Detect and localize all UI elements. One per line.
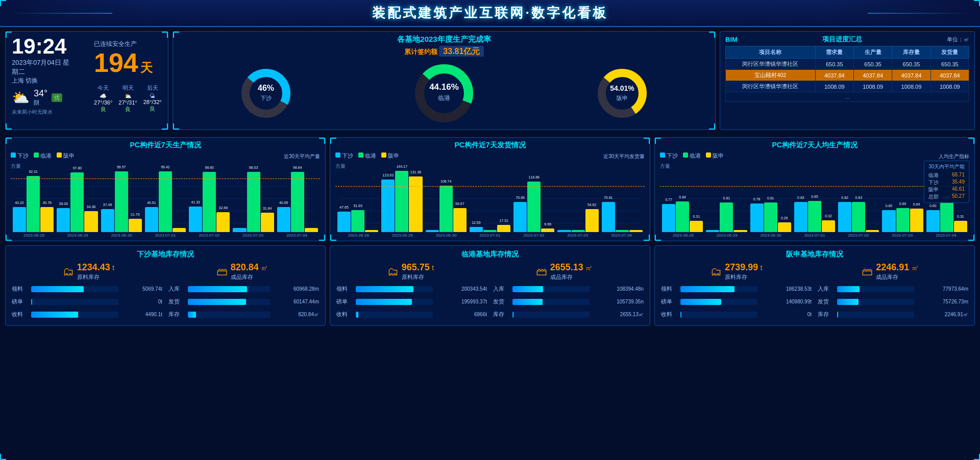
svg-text:临港: 临港 [438,94,450,101]
table-row: 闵行区华漕镇华漕社区 1008.09 1008.09 1008.09 1008.… [726,81,969,92]
bansheng-finished-icon: 🗃 [862,265,873,278]
per-person-avg-label: 人均生产指标 [939,153,969,160]
per-person-x-axis: 2023-06-28 2023-06-29 2023-06-30 2023-07… [660,232,969,238]
date-display: 2023年07月04日 星期二 [12,58,74,76]
bansheng-raw-icon: 🗂 [710,265,722,278]
per-person-y-label: 方量 [660,163,969,170]
production-rate-title: 各基地2023年度生产完成率 [179,35,709,44]
top-row: 19:24 2023年07月04日 星期二 上海 切换 ⛅ 34° 阴 优 未来… [0,27,980,134]
lingang-raw-value: 965.75 [402,262,430,272]
per-person-legend: 下沙 临港 阪申 [660,152,724,160]
lingang-raw-unit: t [432,264,434,272]
table-row: … [726,92,969,102]
xiasha-progress-bars: 领料 5069.74t 入库 60968.28m 磅单 0t 发货 60147.… [12,285,319,321]
lingang-inv-title: 临港基地库存情况 [336,250,644,259]
table-row: 闵行区华漕镇华漕社区 650.35 650.35 650.35 650.35 [726,59,969,70]
chart-row: PC构件近7天生产情况 下沙 临港 阪申 近30天平均产量 方量 40.20 9… [0,135,980,243]
bansheng-raw-unit: t [761,264,763,272]
delivery-y-label: 方量 [335,163,645,170]
safety-label: 已连续安全生产 [94,40,162,48]
delivery-legend: 下沙 临港 阪申 [335,152,399,160]
project-table: 项目名称 需求量 生产量 库存量 发货量 闵行区华漕镇华漕社区 650.35 6… [725,46,969,102]
center-panel: 各基地2023年度生产完成率 累计签约额 33.81亿元 46% 下沙 [173,31,716,130]
col-demand: 需求量 [815,46,853,59]
lingang-inv-stats: 🗂 965.75 t 原料库存 🗃 2655.13 ㎡ 成品库存 [336,262,644,281]
page-header: 装配式建筑产业互联网·数字化看板 [0,0,980,27]
lingang-progress-bars: 领料 200343.54t 入库 108394.48n 磅单 195993.37… [336,285,644,321]
svg-text:46%: 46% [258,84,274,92]
donut-xiasha: 46% 下沙 [238,65,294,121]
unit-label: 单位：㎡ [947,36,969,43]
lingang-raw-icon: 🗂 [387,265,399,278]
production-chart-title: PC构件近7天生产情况 [11,141,320,150]
per-person-stats: 30天内平均产能 临港68.71 下沙35.49 阪申46.61 总部50.27 [924,161,969,203]
forecast-day-after: 后天 🌤 28°/32° 良 [143,84,162,113]
bansheng-raw-label: 原料库存 [725,273,762,281]
xiasha-inventory: 下沙基地库存情况 🗂 1234.43 t 原料库存 🗃 820.84 ㎡ [5,245,326,326]
xiasha-inv-title: 下沙基地库存情况 [12,250,319,259]
finished-goods-icon: 🗃 [216,265,228,278]
col-production: 生产量 [853,46,892,59]
delivery-avg-label: 近30天平均发货量 [603,153,645,160]
bansheng-finished-unit: ㎡ [912,264,919,272]
bim-label: BIM [725,36,738,43]
contract-amount: 累计签约额 33.81亿元 [179,46,709,57]
svg-text:54.01%: 54.01% [610,84,635,92]
time-display: 19:24 [12,36,74,57]
safety-days: 194 [94,49,138,76]
xiasha-finished-value: 820.84 [231,262,259,272]
forecast-today: 今天 ☁️ 27°/36° 良 [94,84,112,113]
location-display[interactable]: 上海 切换 [12,76,74,85]
bansheng-raw-value: 2739.99 [725,262,758,272]
xiasha-raw-unit: t [112,264,114,272]
table-row-highlight: 宝山顾村402 4037.84 4037.84 4037.84 4037.84 [726,70,969,81]
xiasha-finished-label: 成品库存 [231,273,268,281]
svg-text:阪申: 阪申 [617,95,628,101]
col-name: 项目名称 [726,46,816,59]
per-person-chart-title: PC构件近7天人均生产情况 [660,141,969,150]
left-panel: 19:24 2023年07月04日 星期二 上海 切换 ⛅ 34° 阴 优 未来… [5,31,168,130]
production-legend: 下沙 临港 阪申 [11,152,75,160]
delivery-chart-title: PC构件近7天发货情况 [335,141,645,150]
donut-bansheng: 54.01% 阪申 [594,65,650,121]
lingang-inventory: 临港基地库存情况 🗂 965.75 t 原料库存 🗃 2655.13 ㎡ [330,245,650,326]
lingang-finished-value: 2655.13 [550,262,583,272]
lingang-finished-icon: 🗃 [536,265,547,278]
bansheng-finished-label: 成品库存 [876,273,919,281]
production-chart-panel: PC构件近7天生产情况 下沙 临港 阪申 近30天平均产量 方量 40.20 9… [5,137,326,241]
aqi-badge: 优 [52,93,62,102]
weather-note: 未来两小时无降水 [12,109,74,116]
bansheng-inventory: 阪申基地库存情况 🗂 2739.99 t 原料库存 🗃 2246.91 ㎡ [654,245,975,326]
weather-desc: 阴 [34,99,47,107]
page-title: 装配式建筑产业互联网·数字化看板 [372,5,607,20]
delivery-x-axis: 2023-06-28 2023-06-29 2023-06-30 2023-07… [335,232,645,238]
safety-unit: 天 [140,60,153,76]
bansheng-progress-bars: 领料 186238.53t 入库 77973.64m 磅单 140980.99t… [661,285,968,321]
lingang-finished-label: 成品库存 [550,273,593,281]
xiasha-raw-value: 1234.43 [77,262,110,272]
lingang-finished-unit: ㎡ [585,264,593,272]
bansheng-inv-title: 阪申基地库存情况 [661,250,968,259]
right-panel: BIM 项目进度汇总 单位：㎡ 项目名称 需求量 生产量 库存量 发货量 闵行区… [720,31,975,130]
svg-text:下沙: 下沙 [260,95,272,101]
col-stock: 库存量 [892,46,930,59]
bansheng-inv-stats: 🗂 2739.99 t 原料库存 🗃 2246.91 ㎡ 成品库存 [661,262,968,281]
production-avg-label: 近30天平均产量 [284,153,320,160]
inventory-row: 下沙基地库存情况 🗂 1234.43 t 原料库存 🗃 820.84 ㎡ [0,243,980,328]
donut-lingang: 44.16% 临港 [411,60,477,126]
project-title: 项目进度汇总 [822,35,862,44]
xiasha-finished-unit: ㎡ [261,264,268,272]
bansheng-finished-value: 2246.91 [876,262,909,272]
xiasha-inv-stats: 🗂 1234.43 t 原料库存 🗃 820.84 ㎡ 成品库存 [12,262,319,281]
temp-display: 34° [34,88,47,99]
forecast-tomorrow: 明天 ⛅ 27°/31° 良 [118,84,137,113]
svg-text:44.16%: 44.16% [429,82,459,92]
xiasha-raw-label: 原料库存 [77,273,114,281]
production-x-axis: 2023-06-28 2023-06-29 2023-06-30 2023-07… [11,232,320,238]
lingang-raw-label: 原料库存 [402,273,434,281]
col-delivery: 发货量 [930,46,969,59]
weather-icon: ⛅ [12,89,30,106]
raw-material-icon: 🗂 [63,265,74,278]
delivery-chart-panel: PC构件近7天发货情况 下沙 临港 阪申 近30天平均发货量 方量 47.65 … [330,137,650,241]
per-person-chart-panel: PC构件近7天人均生产情况 下沙 临港 阪申 人均生产指标 方量 30天内平均产… [654,137,975,241]
